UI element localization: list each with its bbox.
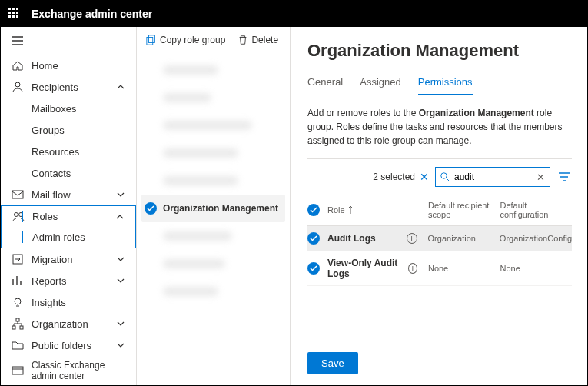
copy-role-group-button[interactable]: Copy role group [146,35,225,45]
selection-count: 2 selected ✕ [373,171,429,183]
role-scope: Organization [428,234,500,243]
app-launcher-icon[interactable] [8,8,21,20]
column-scope[interactable]: Default recipient scope [428,201,500,219]
info-icon[interactable]: i [408,263,417,274]
delete-icon [238,35,248,45]
list-item[interactable] [141,278,285,305]
svg-point-12 [441,173,447,179]
nav-migration[interactable]: Migration [1,248,136,270]
nav-organization[interactable]: Organization [1,313,136,334]
filter-bar: 2 selected ✕ ✕ [307,158,572,195]
info-icon[interactable]: i [407,233,417,244]
chevron-up-icon [116,82,125,92]
search-box[interactable]: ✕ [435,167,550,187]
svg-point-3 [19,212,23,216]
nav-admin-roles[interactable]: Admin roles [1,227,136,248]
list-item[interactable] [141,139,285,167]
reports-icon [12,275,24,287]
nav-roles[interactable]: Roles [1,205,136,227]
chevron-down-icon [116,341,125,350]
svg-rect-11 [147,38,153,45]
nav-insights-label: Insights [32,297,66,308]
nav-insights[interactable]: Insights [1,291,136,313]
list-item[interactable] [141,111,285,139]
list-item[interactable] [141,222,285,250]
chevron-down-icon [116,255,125,264]
copy-icon [146,35,157,45]
nav-classic[interactable]: Classic Exchange admin center [1,356,136,385]
nav-roles-label: Roles [32,211,58,222]
side-nav: Home Recipients Mailboxes Groups Resourc… [1,27,137,385]
filter-button[interactable] [556,170,572,184]
nav-collapse-button[interactable] [1,27,136,55]
select-all-checkbox[interactable] [307,204,320,216]
role-group-list: Copy role group Delete Organization Mana… [137,27,291,385]
list-item[interactable] [141,167,285,195]
nav-classic-label: Classic Exchange admin center [32,360,125,381]
list-item[interactable] [141,56,285,84]
table-row[interactable]: View-Only Audit Logsi None None [307,251,572,286]
folder-icon [12,339,24,351]
description: Add or remove roles to the Organization … [307,106,572,148]
nav-groups[interactable]: Groups [1,119,136,141]
top-bar: Exchange admin center [1,1,587,27]
nav-recipients[interactable]: Recipients [1,76,136,98]
list-item[interactable] [141,250,285,278]
list-item-selected[interactable]: Organization Management [141,195,285,222]
search-input[interactable] [454,171,537,182]
nav-organization-label: Organization [32,318,88,330]
chevron-up-icon [115,212,125,221]
nav-migration-label: Migration [32,254,72,265]
nav-home[interactable]: Home [1,55,136,76]
role-name: Audit Logs [327,233,376,244]
column-config[interactable]: Default configuration [500,201,572,219]
chevron-down-icon [116,276,125,285]
nav-recipients-label: Recipients [32,82,78,93]
row-checkbox[interactable] [307,232,320,245]
nav-contacts[interactable]: Contacts [1,162,136,184]
nav-reports[interactable]: Reports [1,270,136,291]
home-icon [12,59,24,72]
save-button[interactable]: Save [307,352,358,374]
app-title: Exchange admin center [32,8,152,20]
list-item[interactable] [141,84,285,111]
clear-selection-button[interactable]: ✕ [420,171,429,183]
svg-point-5 [15,298,21,304]
svg-rect-7 [12,326,15,329]
nav-mailflow[interactable]: Mail flow [1,184,136,205]
row-checkbox[interactable] [307,262,320,275]
nav-mailflow-label: Mail flow [32,189,71,201]
table-row[interactable]: Audit Logsi Organization OrganizationCon… [307,226,572,251]
role-scope: None [428,264,500,273]
chevron-down-icon [116,190,125,199]
svg-rect-10 [149,35,155,43]
svg-rect-6 [16,318,19,321]
svg-point-0 [15,82,20,87]
nav-mailboxes[interactable]: Mailboxes [1,98,136,119]
search-icon [440,172,450,181]
role-config: None [500,264,572,273]
tab-permissions[interactable]: Permissions [418,72,473,95]
nav-home-label: Home [32,60,58,72]
check-icon [145,202,157,215]
role-name: View-Only Audit Logs [327,258,408,279]
organization-icon [12,318,24,330]
nav-public-folders[interactable]: Public folders [1,334,136,356]
insights-icon [12,296,24,308]
column-role[interactable]: Role [327,205,428,215]
tab-assigned[interactable]: Assigned [360,72,400,95]
page-title: Organization Management [307,41,572,61]
svg-rect-8 [20,326,23,329]
clear-search-button[interactable]: ✕ [537,171,545,183]
delete-button[interactable]: Delete [238,35,278,45]
nav-resources[interactable]: Resources [1,141,136,162]
chevron-down-icon [116,319,125,328]
role-config: OrganizationConfig [500,234,572,243]
detail-panel: Organization Management General Assigned… [291,27,587,385]
person-icon [12,81,24,93]
classic-icon [12,364,24,377]
svg-rect-9 [12,367,23,374]
nav-public-folders-label: Public folders [32,340,91,351]
migration-icon [12,253,24,265]
tab-general[interactable]: General [307,72,343,95]
